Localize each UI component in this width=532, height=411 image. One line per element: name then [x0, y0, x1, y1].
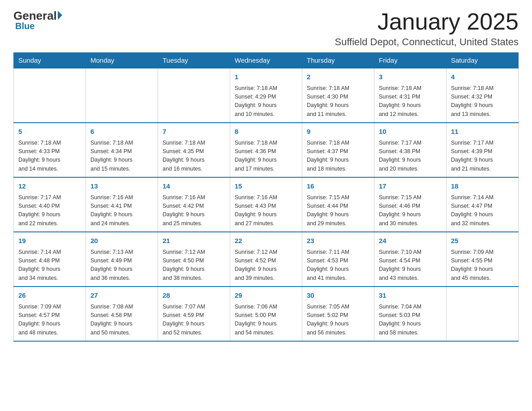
day-info: Sunrise: 7:14 AM Sunset: 4:48 PM Dayligh…	[18, 248, 81, 283]
calendar-title: January 2025	[335, 9, 519, 34]
day-number: 7	[163, 127, 225, 137]
day-info: Sunrise: 7:18 AM Sunset: 4:37 PM Dayligh…	[307, 139, 369, 174]
weekday-header-tuesday: Tuesday	[158, 53, 230, 68]
day-info: Sunrise: 7:18 AM Sunset: 4:32 PM Dayligh…	[451, 84, 514, 119]
day-info: Sunrise: 7:18 AM Sunset: 4:33 PM Dayligh…	[18, 139, 81, 174]
calendar-cell: 26Sunrise: 7:09 AM Sunset: 4:57 PM Dayli…	[14, 287, 86, 341]
day-info: Sunrise: 7:18 AM Sunset: 4:35 PM Dayligh…	[163, 139, 225, 174]
calendar-cell: 24Sunrise: 7:10 AM Sunset: 4:54 PM Dayli…	[374, 232, 446, 287]
day-number: 26	[18, 291, 81, 301]
day-info: Sunrise: 7:17 AM Sunset: 4:40 PM Dayligh…	[18, 193, 81, 228]
calendar-cell: 7Sunrise: 7:18 AM Sunset: 4:35 PM Daylig…	[158, 123, 230, 177]
calendar-cell: 22Sunrise: 7:12 AM Sunset: 4:52 PM Dayli…	[230, 232, 302, 287]
weekday-header-wednesday: Wednesday	[230, 53, 302, 68]
day-info: Sunrise: 7:14 AM Sunset: 4:47 PM Dayligh…	[451, 193, 514, 228]
day-info: Sunrise: 7:17 AM Sunset: 4:38 PM Dayligh…	[379, 139, 442, 174]
day-info: Sunrise: 7:16 AM Sunset: 4:43 PM Dayligh…	[235, 193, 297, 228]
calendar-cell: 8Sunrise: 7:18 AM Sunset: 4:36 PM Daylig…	[230, 123, 302, 177]
day-number: 31	[379, 291, 442, 301]
day-info: Sunrise: 7:07 AM Sunset: 4:59 PM Dayligh…	[163, 303, 225, 338]
day-number: 3	[379, 72, 442, 82]
day-info: Sunrise: 7:18 AM Sunset: 4:36 PM Dayligh…	[235, 139, 297, 174]
weekday-header-thursday: Thursday	[302, 53, 374, 68]
day-number: 22	[235, 236, 297, 246]
day-info: Sunrise: 7:05 AM Sunset: 5:02 PM Dayligh…	[307, 303, 369, 338]
day-info: Sunrise: 7:18 AM Sunset: 4:31 PM Dayligh…	[379, 84, 442, 119]
calendar-cell: 29Sunrise: 7:06 AM Sunset: 5:00 PM Dayli…	[230, 287, 302, 341]
title-area: January 2025 Suffield Depot, Connecticut…	[335, 9, 519, 48]
day-info: Sunrise: 7:15 AM Sunset: 4:46 PM Dayligh…	[379, 193, 442, 228]
calendar-cell	[14, 68, 86, 123]
calendar-cell: 3Sunrise: 7:18 AM Sunset: 4:31 PM Daylig…	[374, 68, 446, 123]
weekday-header-sunday: Sunday	[14, 53, 86, 68]
calendar-cell: 16Sunrise: 7:15 AM Sunset: 4:44 PM Dayli…	[302, 177, 374, 232]
calendar-cell	[86, 68, 158, 123]
calendar-cell: 25Sunrise: 7:09 AM Sunset: 4:55 PM Dayli…	[446, 232, 519, 287]
calendar-cell: 4Sunrise: 7:18 AM Sunset: 4:32 PM Daylig…	[446, 68, 519, 123]
day-info: Sunrise: 7:09 AM Sunset: 4:55 PM Dayligh…	[451, 248, 514, 283]
day-number: 5	[18, 127, 81, 137]
calendar-cell: 15Sunrise: 7:16 AM Sunset: 4:43 PM Dayli…	[230, 177, 302, 232]
day-info: Sunrise: 7:12 AM Sunset: 4:50 PM Dayligh…	[163, 248, 225, 283]
day-number: 29	[235, 291, 297, 301]
calendar-cell: 28Sunrise: 7:07 AM Sunset: 4:59 PM Dayli…	[158, 287, 230, 341]
logo-arrow-icon	[58, 11, 62, 20]
calendar-cell: 27Sunrise: 7:08 AM Sunset: 4:58 PM Dayli…	[86, 287, 158, 341]
calendar-table: SundayMondayTuesdayWednesdayThursdayFrid…	[13, 52, 519, 342]
day-info: Sunrise: 7:13 AM Sunset: 4:49 PM Dayligh…	[90, 248, 153, 283]
day-number: 11	[451, 127, 514, 137]
day-number: 15	[235, 181, 297, 192]
calendar-cell: 6Sunrise: 7:18 AM Sunset: 4:34 PM Daylig…	[86, 123, 158, 177]
day-number: 10	[379, 127, 442, 137]
day-number: 4	[451, 72, 514, 82]
day-number: 21	[163, 236, 225, 246]
week-row-5: 26Sunrise: 7:09 AM Sunset: 4:57 PM Dayli…	[14, 287, 519, 341]
calendar-cell: 12Sunrise: 7:17 AM Sunset: 4:40 PM Dayli…	[14, 177, 86, 232]
day-number: 28	[163, 291, 225, 301]
weekday-header-friday: Friday	[374, 53, 446, 68]
logo-area: General Blue	[13, 9, 62, 31]
calendar-cell: 1Sunrise: 7:18 AM Sunset: 4:29 PM Daylig…	[230, 68, 302, 123]
day-info: Sunrise: 7:18 AM Sunset: 4:34 PM Dayligh…	[90, 139, 153, 174]
day-number: 8	[235, 127, 297, 137]
week-row-1: 1Sunrise: 7:18 AM Sunset: 4:29 PM Daylig…	[14, 68, 519, 123]
weekday-header-saturday: Saturday	[446, 53, 519, 68]
day-info: Sunrise: 7:18 AM Sunset: 4:29 PM Dayligh…	[235, 84, 297, 119]
day-number: 13	[90, 181, 153, 192]
day-number: 18	[451, 181, 514, 192]
calendar-cell: 17Sunrise: 7:15 AM Sunset: 4:46 PM Dayli…	[374, 177, 446, 232]
calendar-subtitle: Suffield Depot, Connecticut, United Stat…	[335, 36, 519, 48]
weekday-header-monday: Monday	[86, 53, 158, 68]
calendar-cell: 9Sunrise: 7:18 AM Sunset: 4:37 PM Daylig…	[302, 123, 374, 177]
day-number: 20	[90, 236, 153, 246]
day-number: 12	[18, 181, 81, 192]
day-info: Sunrise: 7:10 AM Sunset: 4:54 PM Dayligh…	[379, 248, 442, 283]
day-info: Sunrise: 7:17 AM Sunset: 4:39 PM Dayligh…	[451, 139, 514, 174]
day-info: Sunrise: 7:06 AM Sunset: 5:00 PM Dayligh…	[235, 303, 297, 338]
week-row-4: 19Sunrise: 7:14 AM Sunset: 4:48 PM Dayli…	[14, 232, 519, 287]
week-row-2: 5Sunrise: 7:18 AM Sunset: 4:33 PM Daylig…	[14, 123, 519, 177]
day-info: Sunrise: 7:15 AM Sunset: 4:44 PM Dayligh…	[307, 193, 369, 228]
calendar-cell: 19Sunrise: 7:14 AM Sunset: 4:48 PM Dayli…	[14, 232, 86, 287]
day-info: Sunrise: 7:12 AM Sunset: 4:52 PM Dayligh…	[235, 248, 297, 283]
day-info: Sunrise: 7:18 AM Sunset: 4:30 PM Dayligh…	[307, 84, 369, 119]
day-number: 16	[307, 181, 369, 192]
calendar-cell: 13Sunrise: 7:16 AM Sunset: 4:41 PM Dayli…	[86, 177, 158, 232]
day-info: Sunrise: 7:16 AM Sunset: 4:41 PM Dayligh…	[90, 193, 153, 228]
day-number: 9	[307, 127, 369, 137]
calendar-cell: 21Sunrise: 7:12 AM Sunset: 4:50 PM Dayli…	[158, 232, 230, 287]
calendar-cell: 30Sunrise: 7:05 AM Sunset: 5:02 PM Dayli…	[302, 287, 374, 341]
day-info: Sunrise: 7:04 AM Sunset: 5:03 PM Dayligh…	[379, 303, 442, 338]
calendar-cell: 2Sunrise: 7:18 AM Sunset: 4:30 PM Daylig…	[302, 68, 374, 123]
day-info: Sunrise: 7:09 AM Sunset: 4:57 PM Dayligh…	[18, 303, 81, 338]
day-number: 2	[307, 72, 369, 82]
week-row-3: 12Sunrise: 7:17 AM Sunset: 4:40 PM Dayli…	[14, 177, 519, 232]
day-number: 24	[379, 236, 442, 246]
day-number: 1	[235, 72, 297, 82]
header: General Blue January 2025 Suffield Depot…	[13, 9, 519, 48]
day-number: 25	[451, 236, 514, 246]
calendar-cell	[446, 287, 519, 341]
day-number: 14	[163, 181, 225, 192]
day-number: 17	[379, 181, 442, 192]
calendar-cell: 5Sunrise: 7:18 AM Sunset: 4:33 PM Daylig…	[14, 123, 86, 177]
